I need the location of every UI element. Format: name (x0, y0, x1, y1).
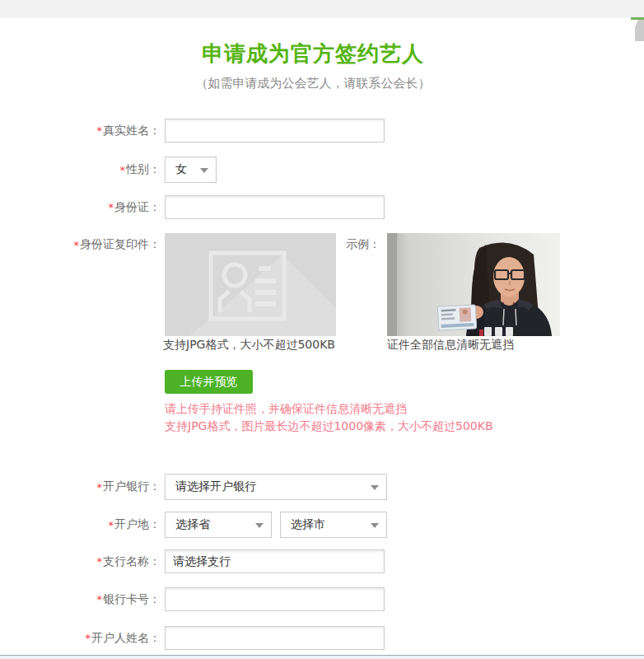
province-select[interactable]: 选择省 (165, 512, 272, 538)
window-bottom-edge (0, 655, 644, 659)
upload-warning-line2: 支持JPG格式，图片最长边不超过1000像素，大小不超过500KB (165, 419, 493, 434)
id-card-placeholder-icon (165, 233, 336, 336)
bank-label: * 开户银行： (0, 474, 161, 500)
branch-name-label: * 支行名称： (0, 549, 161, 573)
gender-select-value: 女 (175, 162, 187, 177)
city-select-value: 选择市 (291, 517, 325, 532)
card-number-input[interactable] (165, 587, 385, 611)
card-number-label: * 银行卡号： (0, 587, 161, 611)
upload-preview-button[interactable]: 上传并预览 (165, 370, 253, 394)
gender-select[interactable]: 女 (165, 157, 217, 183)
id-copy-upload-area[interactable] (165, 233, 336, 336)
city-select[interactable]: 选择市 (280, 512, 387, 538)
required-asterisk: * (97, 124, 103, 137)
required-asterisk: * (109, 519, 114, 531)
bank-select-value: 请选择开户银行 (175, 479, 256, 494)
scrollbar-top-marker (631, 17, 644, 20)
required-asterisk: * (109, 201, 114, 213)
window-top-strip (0, 0, 644, 18)
page-title: 申请成为官方签约艺人 (0, 40, 626, 68)
required-asterisk: * (120, 164, 126, 176)
province-select-value: 选择省 (175, 517, 210, 532)
id-number-label: * 身份证： (0, 195, 161, 219)
gender-label: * 性别： (0, 157, 161, 183)
required-asterisk: * (97, 481, 103, 493)
id-copy-label: * 身份证复印件： (0, 233, 161, 256)
upload-format-hint: 支持JPG格式，大小不超过500KB (163, 338, 335, 353)
upload-warning-line1: 请上传手持证件照，并确保证件信息清晰无遮挡 (165, 402, 407, 417)
required-asterisk: * (97, 555, 103, 568)
real-name-label: * 真实姓名： (0, 119, 161, 143)
required-asterisk: * (74, 239, 80, 251)
required-asterisk: * (97, 593, 103, 605)
account-holder-input[interactable] (165, 626, 385, 650)
bank-select[interactable]: 请选择开户银行 (165, 474, 387, 500)
id-number-input[interactable] (165, 195, 385, 219)
real-name-input[interactable] (165, 119, 385, 143)
person-holding-id-photo (387, 233, 560, 336)
sample-photo (387, 233, 560, 336)
chevron-down-icon (255, 523, 264, 528)
example-label: 示例： (346, 233, 380, 256)
scrollbar-thumb[interactable] (635, 20, 644, 41)
example-caption: 证件全部信息清晰无遮挡 (387, 338, 514, 353)
branch-name-input[interactable] (165, 549, 385, 573)
required-asterisk: * (86, 632, 91, 644)
account-holder-label: * 开户人姓名： (0, 626, 161, 650)
chevron-down-icon (200, 168, 208, 173)
signing-application-page: 申请成为官方签约艺人 （如需申请成为公会艺人，请联系公会长） * 真实姓名： *… (0, 0, 644, 659)
bank-location-label: * 开户地： (0, 512, 161, 538)
page-subtitle: （如需申请成为公会艺人，请联系公会长） (0, 76, 626, 91)
chevron-down-icon (371, 485, 379, 490)
chevron-down-icon (371, 523, 379, 528)
